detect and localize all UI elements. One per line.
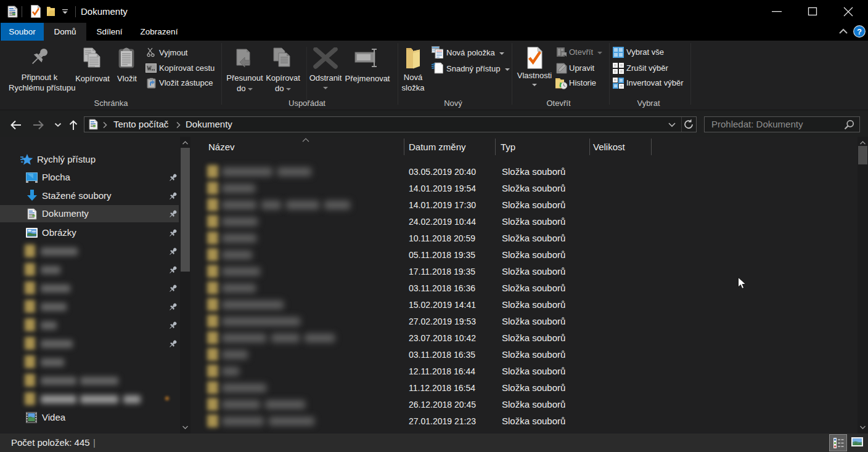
svg-text:?: ? bbox=[857, 27, 862, 36]
